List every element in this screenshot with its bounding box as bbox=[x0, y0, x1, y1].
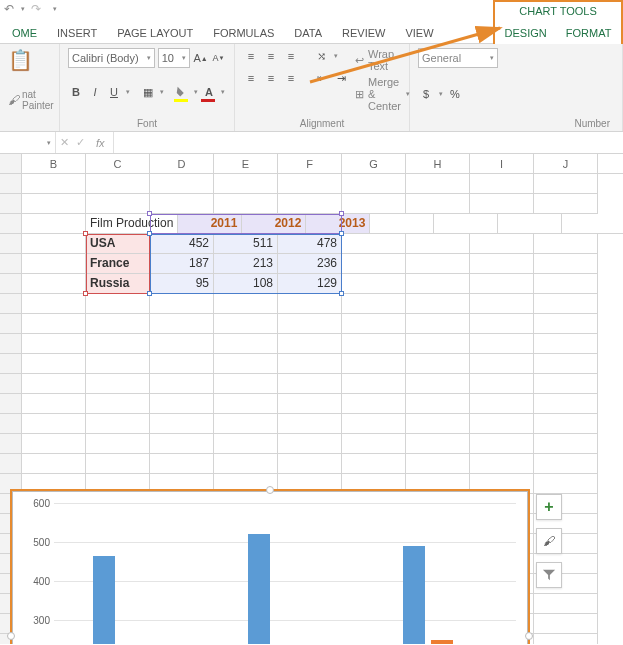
tab-data[interactable]: DATA bbox=[284, 23, 332, 43]
cell[interactable] bbox=[150, 374, 214, 394]
embedded-chart[interactable]: USAFranceRussia 010020030040050060020112… bbox=[10, 489, 530, 644]
cell[interactable] bbox=[434, 214, 498, 234]
row-header[interactable] bbox=[0, 274, 22, 294]
column-header[interactable]: B bbox=[22, 154, 86, 174]
table-year-header[interactable]: 2012 bbox=[242, 214, 306, 234]
cell[interactable] bbox=[534, 354, 598, 374]
cell[interactable] bbox=[470, 454, 534, 474]
cell[interactable] bbox=[342, 414, 406, 434]
cell[interactable] bbox=[22, 254, 86, 274]
cell[interactable] bbox=[470, 254, 534, 274]
cell[interactable] bbox=[86, 194, 150, 214]
cell[interactable] bbox=[214, 454, 278, 474]
cell[interactable] bbox=[562, 214, 623, 234]
cell[interactable] bbox=[278, 314, 342, 334]
cell[interactable] bbox=[342, 194, 406, 214]
increase-font-icon[interactable]: A▲ bbox=[193, 50, 208, 66]
underline-button[interactable]: U bbox=[106, 84, 122, 100]
fill-color-icon[interactable] bbox=[174, 84, 190, 100]
cell[interactable] bbox=[470, 394, 534, 414]
cell[interactable] bbox=[214, 334, 278, 354]
cell[interactable] bbox=[406, 374, 470, 394]
cell[interactable] bbox=[342, 434, 406, 454]
paste-icon[interactable]: 📋 bbox=[8, 48, 33, 72]
column-header[interactable]: H bbox=[406, 154, 470, 174]
align-top-icon[interactable]: ≡ bbox=[243, 48, 259, 64]
enter-formula-icon[interactable]: ✓ bbox=[72, 135, 88, 151]
cell[interactable] bbox=[86, 354, 150, 374]
chevron-down-icon[interactable]: ▾ bbox=[334, 52, 338, 60]
bold-button[interactable]: B bbox=[68, 84, 84, 100]
cell[interactable] bbox=[278, 374, 342, 394]
cell[interactable] bbox=[278, 434, 342, 454]
cell[interactable] bbox=[214, 374, 278, 394]
chart-add-element-button[interactable]: + bbox=[536, 494, 562, 520]
tab-formulas[interactable]: FORMULAS bbox=[203, 23, 284, 43]
cell[interactable] bbox=[214, 294, 278, 314]
table-title-cell[interactable]: Film Production bbox=[86, 214, 178, 234]
row-header[interactable] bbox=[0, 194, 22, 214]
cell[interactable] bbox=[534, 594, 598, 614]
cell[interactable] bbox=[534, 374, 598, 394]
cell[interactable] bbox=[150, 454, 214, 474]
cell[interactable] bbox=[534, 174, 598, 194]
cell[interactable] bbox=[86, 434, 150, 454]
column-header[interactable]: G bbox=[342, 154, 406, 174]
column-header[interactable]: F bbox=[278, 154, 342, 174]
column-header[interactable]: J bbox=[534, 154, 598, 174]
cell[interactable] bbox=[342, 174, 406, 194]
chevron-down-icon[interactable]: ▾ bbox=[126, 88, 130, 96]
cell[interactable] bbox=[406, 334, 470, 354]
cell[interactable] bbox=[22, 174, 86, 194]
row-header[interactable] bbox=[0, 334, 22, 354]
chevron-down-icon[interactable]: ▾ bbox=[194, 88, 198, 96]
cell[interactable] bbox=[22, 314, 86, 334]
cell[interactable] bbox=[150, 294, 214, 314]
column-header[interactable]: D bbox=[150, 154, 214, 174]
qat-customize-icon[interactable]: ▾ bbox=[53, 5, 57, 13]
cell[interactable] bbox=[22, 454, 86, 474]
tab-home[interactable]: OME bbox=[2, 23, 47, 43]
align-center-icon[interactable]: ≡ bbox=[263, 70, 279, 86]
chevron-down-icon[interactable]: ▾ bbox=[160, 88, 164, 96]
cancel-formula-icon[interactable]: ✕ bbox=[56, 135, 72, 151]
cell[interactable] bbox=[342, 354, 406, 374]
undo-icon[interactable]: ↶ bbox=[4, 2, 14, 16]
column-header[interactable]: I bbox=[470, 154, 534, 174]
cell[interactable] bbox=[470, 434, 534, 454]
table-value-cell[interactable]: 187 bbox=[150, 254, 214, 274]
table-country-cell[interactable]: USA bbox=[86, 234, 150, 254]
resize-handle-n[interactable] bbox=[266, 486, 274, 494]
tab-review[interactable]: REVIEW bbox=[332, 23, 395, 43]
cell[interactable] bbox=[342, 314, 406, 334]
cell[interactable] bbox=[214, 314, 278, 334]
cell[interactable] bbox=[406, 274, 470, 294]
row-header[interactable] bbox=[0, 234, 22, 254]
cell[interactable] bbox=[406, 234, 470, 254]
cell[interactable] bbox=[534, 274, 598, 294]
borders-icon[interactable]: ▦ bbox=[140, 84, 156, 100]
cell[interactable] bbox=[22, 214, 86, 234]
cell[interactable] bbox=[86, 414, 150, 434]
row-header[interactable] bbox=[0, 214, 22, 234]
cell[interactable] bbox=[406, 414, 470, 434]
cell[interactable] bbox=[214, 434, 278, 454]
orientation-icon[interactable]: ⤭ bbox=[313, 48, 329, 64]
undo-dropdown-icon[interactable]: ▾ bbox=[21, 5, 25, 13]
table-year-header[interactable]: 2013 bbox=[306, 214, 370, 234]
row-header[interactable] bbox=[0, 454, 22, 474]
tab-page-layout[interactable]: PAGE LAYOUT bbox=[107, 23, 203, 43]
cell[interactable] bbox=[406, 294, 470, 314]
cell[interactable] bbox=[342, 254, 406, 274]
cell[interactable] bbox=[86, 334, 150, 354]
cell[interactable] bbox=[22, 274, 86, 294]
tab-insert[interactable]: INSERT bbox=[47, 23, 107, 43]
row-header[interactable] bbox=[0, 174, 22, 194]
cell[interactable] bbox=[214, 174, 278, 194]
cell[interactable] bbox=[534, 414, 598, 434]
cell[interactable] bbox=[214, 394, 278, 414]
cell[interactable] bbox=[150, 174, 214, 194]
table-year-header[interactable]: 2011 bbox=[178, 214, 242, 234]
tab-design[interactable]: DESIGN bbox=[505, 27, 547, 39]
cell[interactable] bbox=[406, 354, 470, 374]
